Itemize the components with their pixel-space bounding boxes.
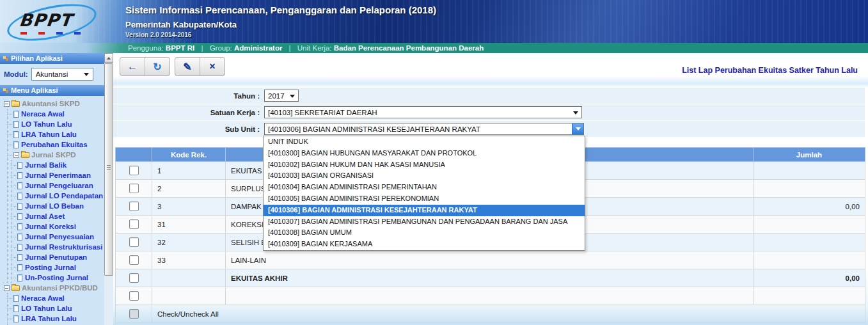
modul-select[interactable]: Akuntansi	[31, 68, 93, 81]
dropdown-option[interactable]: [4010303] BAGIAN ORGANISASI	[264, 170, 585, 182]
page-icon	[17, 162, 22, 169]
tree-folder-jurnal-skpd[interactable]: Jurnal SKPD	[8, 150, 104, 160]
jumlah-cell	[754, 180, 865, 198]
tree-item-label[interactable]: LO Tahun Lalu	[21, 305, 72, 312]
menu-aplikasi-label: Menu Aplikasi	[11, 86, 58, 94]
scrollbar-thumb[interactable]	[104, 63, 113, 276]
logo-mark	[74, 32, 81, 35]
sidebar-item-jurnal-pengeluaran[interactable]: Jurnal Pengeluaran	[12, 180, 104, 191]
collapse-icon[interactable]	[4, 101, 10, 107]
refresh-button[interactable]: ↻	[145, 58, 170, 75]
sub-unit-select[interactable]: [4010306] BAGIAN ADMINISTRASI KESEJAHTER…	[264, 123, 584, 135]
table-row: 33 LAIN-LAIN	[116, 251, 865, 269]
tree-item-label[interactable]: Jurnal Aset	[25, 212, 65, 220]
tree-folder-label[interactable]: Jurnal SKPD	[31, 151, 76, 159]
dropdown-option[interactable]: [4010307] BAGIAN ADMINISTRASI PEMBANGUNA…	[264, 216, 585, 228]
kode-cell: 33	[152, 251, 226, 269]
tree-item-label[interactable]: Jurnal Penyesuaian	[25, 233, 94, 241]
close-button[interactable]: ×	[200, 58, 225, 75]
table-row-ekuitas-akhir: EKUITAS AKHIR 0,00	[116, 269, 865, 287]
dropdown-option[interactable]: UNIT INDUK	[264, 136, 585, 148]
dropdown-option[interactable]: [4010308] BAGIAN UMUM	[264, 227, 585, 239]
sidebar-item-jurnal-koreksi[interactable]: Jurnal Koreksi	[12, 221, 104, 232]
sidebar-item-lra-tahun-lalu[interactable]: LRA Tahun Lalu	[8, 129, 104, 139]
sidebar-item-jurnal-penyesuaian[interactable]: Jurnal Penyesuaian	[12, 232, 104, 242]
chevron-down-icon	[576, 127, 581, 131]
sidebar-item-jurnal-penerimaan[interactable]: Jurnal Penerimaan	[12, 170, 104, 180]
back-button[interactable]: ←	[120, 58, 145, 75]
sidebar-item-neraca-awal-ppkd[interactable]: Neraca Awal	[8, 293, 104, 303]
dropdown-option[interactable]: [4010305] BAGIAN ADMINISTRASI PEREKONOMI…	[264, 193, 585, 205]
dropdown-option-selected[interactable]: [4010306] BAGIAN ADMINISTRASI KESEJAHTER…	[264, 205, 585, 216]
row-checkbox[interactable]	[129, 237, 139, 247]
row-checkbox[interactable]	[129, 273, 139, 283]
desc-link[interactable]: LAIN-LAIN	[226, 251, 754, 269]
tree-item-label[interactable]: Jurnal Pengeluaran	[25, 182, 93, 189]
sidebar-item-un-posting-jurnal[interactable]: Un-Posting Jurnal	[12, 273, 104, 283]
dropdown-option[interactable]: [4010300] BAGIAN HUBUNGAN MASYARAKAT DAN…	[264, 148, 585, 159]
check-all-checkbox[interactable]	[129, 309, 139, 319]
page-icon	[13, 121, 19, 128]
row-checkbox[interactable]	[129, 291, 139, 301]
jumlah-cell: 0,00	[754, 198, 865, 216]
sidebar-item-jurnal-lo-pendapatan[interactable]: Jurnal LO Pendapatan	[12, 191, 104, 201]
sidebar-item-perubahan-ekuitas[interactable]: Perubahan Ekuitas	[8, 139, 104, 150]
tree-item-label[interactable]: Jurnal Penutupan	[25, 253, 87, 261]
tree-item-label[interactable]: Jurnal Balik	[25, 161, 67, 169]
page-title: List Lap Perubahan Ekuitas Satker Tahun …	[682, 66, 858, 75]
tree-item-label[interactable]: Jurnal Penerimaan	[25, 171, 91, 179]
edit-pencil-icon: ✎	[183, 61, 191, 73]
tree-item-label[interactable]: Jurnal Koreksi	[25, 223, 76, 230]
scrollbar-up-button[interactable]	[104, 53, 113, 63]
row-checkbox[interactable]	[129, 166, 139, 175]
row-checkbox[interactable]	[129, 202, 139, 211]
dropdown-option[interactable]: [4010302] BAGIAN HUKUM DAN HAK ASASI MAN…	[264, 159, 585, 171]
sidebar-item-lo-tahun-lalu[interactable]: LO Tahun Lalu	[8, 119, 104, 129]
sidebar-scrollbar[interactable]	[104, 53, 113, 325]
collapse-icon[interactable]	[4, 285, 10, 291]
tree-item-label[interactable]: Jurnal LO Beban	[25, 202, 84, 210]
sidebar-item-jurnal-balik[interactable]: Jurnal Balik	[12, 160, 104, 170]
tree-folder-akuntansi-skpd[interactable]: Akuntansi SKPD	[4, 99, 104, 109]
tree-item-label[interactable]: Neraca Awal	[21, 110, 65, 118]
sidebar-item-lo-tahun-lalu-ppkd[interactable]: LO Tahun Lalu	[8, 303, 104, 313]
sidebar-item-lra-tahun-lalu-ppkd[interactable]: LRA Tahun Lalu	[8, 313, 104, 324]
page-icon	[17, 223, 22, 230]
tree-item-label[interactable]: Un-Posting Jurnal	[25, 274, 88, 281]
kode-cell: 32	[152, 234, 226, 251]
page-icon	[17, 234, 22, 241]
tree-folder-label[interactable]: Akuntansi SKPD	[22, 100, 80, 107]
tree-item-label[interactable]: LRA Tahun Lalu	[21, 131, 77, 138]
tree-item-label[interactable]: Posting Jurnal	[25, 264, 76, 271]
sidebar-item-jurnal-penutupan[interactable]: Jurnal Penutupan	[12, 252, 104, 262]
tree-folder-label[interactable]: Akuntansi PPKD/BUD	[22, 284, 98, 292]
page-icon	[17, 254, 22, 261]
tree-item-label[interactable]: LO Tahun Lalu	[21, 120, 72, 128]
sidebar-item-jurnal-restrukturisasi[interactable]: Jurnal Restrukturisasi	[12, 242, 104, 252]
tree-item-label[interactable]: Jurnal Restrukturisasi	[25, 243, 102, 251]
edit-button[interactable]: ✎	[175, 58, 200, 75]
sidebar-item-neraca-awal[interactable]: Neraca Awal	[8, 109, 104, 119]
sidebar-item-jurnal-aset[interactable]: Jurnal Aset	[12, 211, 104, 221]
tree-item-label[interactable]: LRA Tahun Lalu	[21, 315, 77, 322]
sidebar-item-jurnal-lo-beban[interactable]: Jurnal LO Beban	[12, 201, 104, 211]
filter-form: Tahun : 2017 Satuan Kerja : [40103] SEKR…	[113, 88, 865, 138]
row-checkbox[interactable]	[129, 255, 139, 265]
chevron-down-icon	[573, 111, 578, 115]
tahun-selected-value: 2017	[268, 92, 285, 100]
kode-cell: 1	[152, 162, 226, 180]
tahun-select[interactable]: 2017	[264, 90, 299, 102]
row-checkbox[interactable]	[129, 184, 139, 193]
satuan-kerja-select[interactable]: [40103] SEKRETARIAT DAERAH	[264, 106, 582, 118]
app-version: Version 2.0 2014-2016	[125, 31, 436, 38]
sidebar-item-posting-jurnal[interactable]: Posting Jurnal	[12, 262, 104, 273]
tree-item-label[interactable]: Jurnal LO Pendapatan	[25, 192, 103, 200]
tree-item-label[interactable]: Perubahan Ekuitas	[21, 141, 88, 148]
dropdown-option[interactable]: [4010309] BAGIAN KERJASAMA	[264, 239, 585, 250]
collapse-icon[interactable]	[13, 152, 19, 158]
dropdown-option[interactable]: [4010304] BAGIAN ADMINISTRASI PEMERINTAH…	[264, 182, 585, 193]
row-checkbox[interactable]	[129, 219, 139, 229]
tree-item-label[interactable]: Neraca Awal	[21, 294, 65, 302]
tree-folder-akuntansi-ppkd-bud[interactable]: Akuntansi PPKD/BUD	[4, 283, 104, 293]
dropdown-open-button[interactable]	[572, 123, 583, 134]
